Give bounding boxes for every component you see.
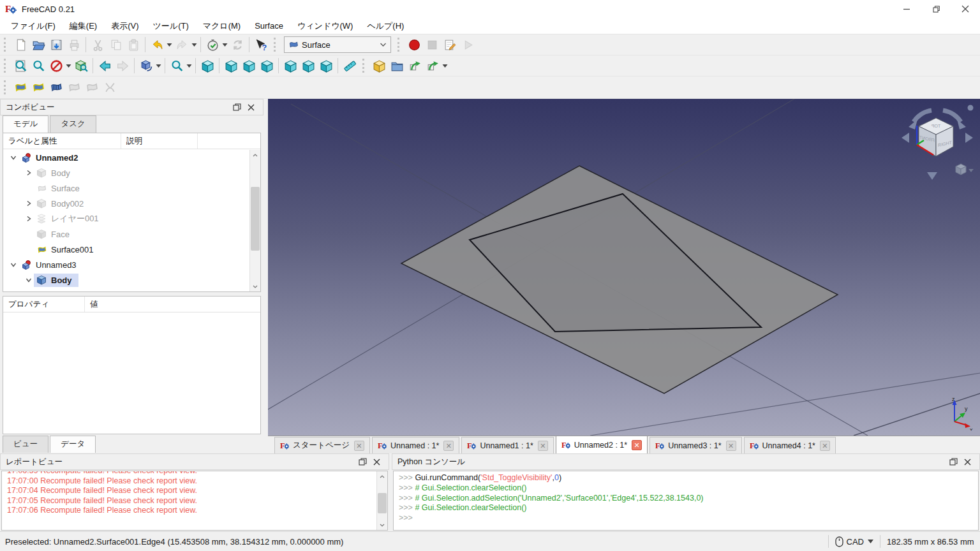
surface-filling-button[interactable] bbox=[11, 78, 29, 96]
menu-item[interactable]: ツール(T) bbox=[146, 18, 196, 34]
validate-dropdown-icon[interactable] bbox=[221, 36, 228, 54]
view-top-button[interactable] bbox=[240, 57, 258, 75]
tree-col-label[interactable]: ラベルと属性 bbox=[3, 133, 121, 149]
toolbar-handle[interactable] bbox=[4, 59, 9, 73]
toolbar-handle[interactable] bbox=[4, 80, 9, 94]
draw-style-button[interactable] bbox=[47, 57, 65, 75]
document-tab[interactable]: FUnnamed3 : 1*✕ bbox=[650, 437, 741, 453]
property-col-name[interactable]: プロパティ bbox=[3, 297, 85, 312]
surface-sections-button[interactable] bbox=[47, 78, 65, 96]
copy-button[interactable] bbox=[107, 36, 124, 54]
fit-selection-button[interactable] bbox=[29, 57, 47, 75]
fit-all-button[interactable] bbox=[11, 57, 29, 75]
toolbar-handle[interactable] bbox=[274, 38, 279, 52]
tree-item[interactable]: Surface bbox=[3, 180, 249, 196]
tree-col-description[interactable]: 説明 bbox=[121, 133, 198, 149]
create-part-button[interactable] bbox=[370, 57, 388, 75]
make-sub-link-dropdown-icon[interactable] bbox=[442, 57, 449, 75]
view-bottom-button[interactable] bbox=[299, 57, 317, 75]
navigation-style-selector[interactable]: CAD bbox=[835, 536, 873, 547]
menu-item[interactable]: ウィンドウ(W) bbox=[290, 18, 360, 34]
box-zoom-button[interactable] bbox=[72, 57, 90, 75]
menu-item[interactable]: 編集(E) bbox=[63, 18, 104, 34]
scroll-down-icon[interactable] bbox=[377, 520, 387, 530]
tab-close-icon[interactable]: ✕ bbox=[354, 441, 364, 451]
close-button[interactable] bbox=[951, 0, 980, 18]
create-group-button[interactable] bbox=[388, 57, 406, 75]
float-panel-icon[interactable] bbox=[355, 456, 369, 467]
nav-back-button[interactable] bbox=[96, 57, 114, 75]
cut-button[interactable] bbox=[89, 36, 107, 54]
view-front-button[interactable] bbox=[222, 57, 240, 75]
scroll-up-icon[interactable] bbox=[250, 150, 260, 160]
document-tab[interactable]: FUnnamed2 : 1*✕ bbox=[556, 436, 648, 453]
report-scrollbar[interactable] bbox=[376, 471, 387, 530]
expander-icon[interactable] bbox=[24, 170, 34, 176]
zoom-button[interactable] bbox=[168, 57, 186, 75]
make-sub-link-button[interactable] bbox=[424, 57, 442, 75]
print-button[interactable] bbox=[65, 36, 83, 54]
float-panel-icon[interactable] bbox=[230, 101, 244, 113]
tree-item[interactable]: Face bbox=[3, 226, 249, 242]
new-document-button[interactable] bbox=[11, 36, 29, 54]
tab-close-icon[interactable]: ✕ bbox=[632, 440, 642, 450]
tab-data[interactable]: データ bbox=[50, 436, 96, 453]
menu-item[interactable]: Surface bbox=[248, 19, 290, 33]
tree-item[interactable]: レイヤー001 bbox=[3, 211, 249, 226]
edit-macro-button[interactable] bbox=[441, 36, 459, 54]
record-macro-button[interactable] bbox=[405, 36, 423, 54]
whats-this-button[interactable]: ? bbox=[252, 36, 270, 54]
validate-button[interactable] bbox=[204, 36, 221, 54]
close-panel-icon[interactable] bbox=[244, 101, 258, 113]
stop-macro-button[interactable] bbox=[423, 36, 441, 54]
python-console-content[interactable]: >>> Gui.runCommand('Std_ToggleVisibility… bbox=[393, 471, 979, 531]
redo-button[interactable] bbox=[173, 36, 191, 54]
expander-icon[interactable] bbox=[24, 216, 34, 222]
scroll-down-icon[interactable] bbox=[250, 281, 260, 291]
toolbar-handle[interactable] bbox=[362, 59, 368, 73]
tab-close-icon[interactable]: ✕ bbox=[726, 441, 736, 451]
tree-item[interactable]: Body002 bbox=[3, 196, 249, 211]
tree-item[interactable]: Unnamed2 bbox=[3, 150, 249, 165]
scroll-up-icon[interactable] bbox=[377, 471, 387, 481]
expander-icon[interactable] bbox=[24, 277, 34, 283]
view-right-button[interactable] bbox=[258, 57, 276, 75]
menu-item[interactable]: 表示(V) bbox=[104, 18, 145, 34]
tree-item[interactable]: Body bbox=[3, 165, 249, 180]
expander-icon[interactable] bbox=[8, 261, 19, 268]
dock-splitter[interactable] bbox=[264, 99, 268, 453]
view-rear-button[interactable] bbox=[281, 57, 299, 75]
blend-curve-button[interactable] bbox=[101, 78, 119, 96]
tab-close-icon[interactable]: ✕ bbox=[538, 441, 548, 451]
draw-style-dropdown-icon[interactable] bbox=[65, 57, 72, 75]
save-button[interactable] bbox=[47, 36, 65, 54]
redo-dropdown-icon[interactable] bbox=[191, 36, 198, 54]
tree-item[interactable]: Unnamed3 bbox=[3, 257, 249, 272]
close-panel-icon[interactable] bbox=[960, 456, 974, 467]
expander-icon[interactable] bbox=[8, 154, 19, 161]
toolbar-handle[interactable] bbox=[4, 38, 9, 52]
scrollbar-thumb[interactable] bbox=[378, 493, 387, 513]
document-tab[interactable]: FUnnamed : 1*✕ bbox=[372, 437, 459, 453]
view-left-button[interactable] bbox=[317, 57, 335, 75]
view-axonometric-button[interactable] bbox=[198, 57, 216, 75]
linked-view-dropdown-icon[interactable] bbox=[155, 57, 162, 75]
curve-on-mesh-button[interactable] bbox=[83, 78, 101, 96]
close-panel-icon[interactable] bbox=[369, 456, 383, 467]
3d-viewport[interactable]: TOP FRONT RIGHT z y x bbox=[268, 99, 980, 436]
document-tab[interactable]: FUnnamed4 : 1*✕ bbox=[744, 437, 836, 453]
nav-forward-button[interactable] bbox=[114, 57, 131, 75]
toolbar-handle[interactable] bbox=[397, 38, 403, 52]
measure-button[interactable] bbox=[341, 57, 359, 75]
make-link-button[interactable] bbox=[406, 57, 424, 75]
refresh-button[interactable] bbox=[228, 36, 246, 54]
minimize-button[interactable] bbox=[892, 0, 921, 18]
tab-tasks[interactable]: タスク bbox=[50, 115, 96, 133]
property-col-value[interactable]: 値 bbox=[85, 297, 260, 312]
tree-item[interactable]: Body bbox=[3, 272, 249, 288]
workbench-selector[interactable]: Surface bbox=[284, 36, 391, 53]
expander-icon[interactable] bbox=[24, 200, 34, 207]
tab-close-icon[interactable]: ✕ bbox=[443, 441, 454, 451]
tree-item[interactable]: Surface001 bbox=[3, 242, 249, 257]
tab-model[interactable]: モデル bbox=[3, 115, 48, 133]
